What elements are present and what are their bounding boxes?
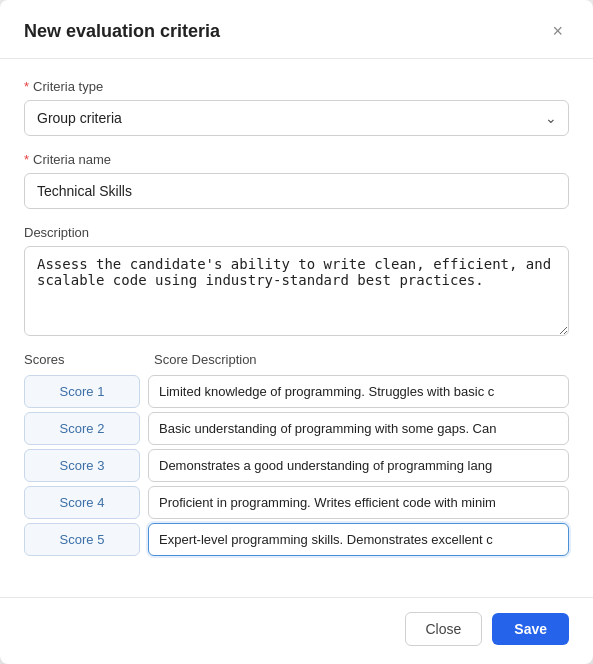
description-field: Description xyxy=(24,225,569,336)
criteria-type-select[interactable]: Group criteria Individual criteria xyxy=(24,100,569,136)
criteria-type-select-wrapper: Group criteria Individual criteria ⌄ xyxy=(24,100,569,136)
close-icon-button[interactable]: × xyxy=(546,20,569,42)
required-indicator-2: * xyxy=(24,152,29,167)
dialog-body: *Criteria type Group criteria Individual… xyxy=(0,59,593,597)
criteria-type-label: *Criteria type xyxy=(24,79,569,94)
score-2-description-input[interactable] xyxy=(148,412,569,445)
score-5-button[interactable]: Score 5 xyxy=(24,523,140,556)
score-row-5: Score 5 xyxy=(24,523,569,556)
criteria-name-field: *Criteria name xyxy=(24,152,569,209)
dialog-header: New evaluation criteria × xyxy=(0,0,593,59)
close-button[interactable]: Close xyxy=(405,612,483,646)
criteria-name-label: *Criteria name xyxy=(24,152,569,167)
score-1-button[interactable]: Score 1 xyxy=(24,375,140,408)
score-row-4: Score 4 xyxy=(24,486,569,519)
score-4-button[interactable]: Score 4 xyxy=(24,486,140,519)
score-row-1: Score 1 xyxy=(24,375,569,408)
score-3-button[interactable]: Score 3 xyxy=(24,449,140,482)
new-evaluation-dialog: New evaluation criteria × *Criteria type… xyxy=(0,0,593,664)
score-3-description-input[interactable] xyxy=(148,449,569,482)
score-4-description-input[interactable] xyxy=(148,486,569,519)
scores-section: Scores Score Description Score 1 Score 2… xyxy=(24,352,569,556)
scores-column-label: Scores xyxy=(24,352,154,367)
score-description-column-label: Score Description xyxy=(154,352,569,367)
required-indicator: * xyxy=(24,79,29,94)
score-row-2: Score 2 xyxy=(24,412,569,445)
score-2-button[interactable]: Score 2 xyxy=(24,412,140,445)
description-label: Description xyxy=(24,225,569,240)
save-button[interactable]: Save xyxy=(492,613,569,645)
dialog-title: New evaluation criteria xyxy=(24,21,220,42)
score-1-description-input[interactable] xyxy=(148,375,569,408)
dialog-footer: Close Save xyxy=(0,597,593,664)
scores-header: Scores Score Description xyxy=(24,352,569,367)
criteria-type-field: *Criteria type Group criteria Individual… xyxy=(24,79,569,136)
description-textarea[interactable] xyxy=(24,246,569,336)
score-row-3: Score 3 xyxy=(24,449,569,482)
criteria-name-input[interactable] xyxy=(24,173,569,209)
score-5-description-input[interactable] xyxy=(148,523,569,556)
